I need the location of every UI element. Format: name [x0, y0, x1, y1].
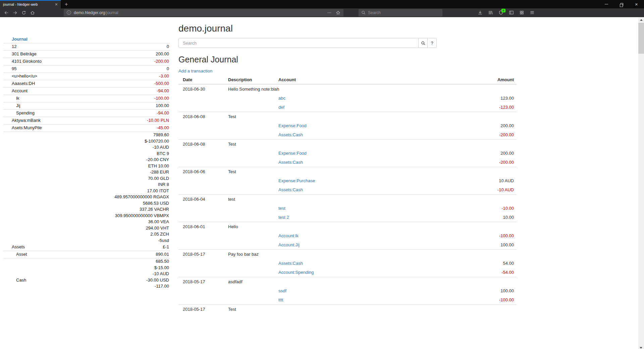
posting-account-link[interactable]: ssdf — [278, 288, 286, 293]
sidebar-account-row[interactable]: Account -94.00 — [3, 88, 170, 95]
transaction-row[interactable]: 2018-06-08Test — [178, 112, 517, 121]
account-balance: -288 EUR — [150, 169, 169, 175]
forward-button[interactable] — [11, 9, 19, 16]
account-balance: -10 AUD — [153, 271, 169, 277]
posting-account-link[interactable]: Expense:Food — [278, 123, 307, 128]
transaction-row[interactable]: 2018-05-17asdfadf — [178, 277, 517, 287]
sidebar-account-row[interactable]: Aktywa:mBank -10.00 PLN — [3, 117, 170, 124]
posting-account-link[interactable]: abc — [278, 96, 285, 101]
transaction-row[interactable]: 2018-06-08Test — [178, 140, 517, 149]
sidebar-account-row[interactable]: 4101 Girokonto -200.00 — [3, 58, 170, 65]
account-name[interactable]: Cash — [3, 278, 26, 283]
posting-account-link[interactable]: Expense:Food — [278, 151, 307, 156]
sidebar-account-row[interactable]: Assets £-1 — [3, 244, 170, 251]
account-name[interactable]: Account — [3, 88, 28, 94]
posting-account-link[interactable]: tttt — [278, 297, 283, 302]
adblock-extension-button[interactable]: 0 — [497, 9, 505, 16]
sidebar-toggle-button[interactable] — [507, 9, 515, 16]
sidebar-account-row[interactable]: Asets:MunyPile -45.00 — [3, 124, 170, 132]
account-name[interactable]: Spending — [3, 110, 35, 116]
account-balance: 309.950000000000 VBMPX — [115, 213, 169, 219]
search-submit-button[interactable] — [418, 38, 428, 48]
scroll-down-icon[interactable] — [640, 347, 642, 349]
account-name[interactable]: <u>hello</u> — [3, 73, 37, 79]
account-name[interactable]: Aktywa:mBank — [3, 118, 41, 123]
account-name[interactable]: Asets:MunyPile — [3, 125, 42, 131]
transaction-row[interactable]: 2018-05-17Pay foo bar baz — [178, 250, 517, 259]
account-name[interactable]: lk — [3, 96, 19, 101]
posting-account-link[interactable]: test 2 — [278, 215, 289, 220]
sidebar-account-row[interactable]: Spending -94.00 — [3, 110, 170, 117]
transaction-row[interactable]: 2018-06-06Test — [178, 167, 517, 177]
close-button[interactable]: × — [629, 0, 644, 8]
transaction-row[interactable]: 2018-06-01Hello — [178, 222, 517, 232]
transaction-row[interactable]: 2018-06-30Hello Something note:blah — [178, 84, 517, 94]
transaction-row[interactable]: 2018-06-04test — [178, 195, 517, 204]
library-button[interactable] — [486, 9, 494, 16]
posting-account-link[interactable]: Account:Jij — [278, 242, 300, 247]
posting-account-link[interactable]: Assets:Cash — [278, 132, 303, 137]
add-transaction-link[interactable]: Add a transaction — [178, 68, 212, 73]
page-scrollbar[interactable] — [638, 17, 644, 349]
search-input[interactable] — [178, 38, 419, 48]
back-button[interactable] — [2, 9, 11, 16]
sidebar-account-row: $-100720.00 — [3, 138, 170, 145]
account-name[interactable]: 12 — [3, 44, 16, 49]
posting-account-cell: Account:Spending — [276, 268, 473, 277]
sidebar-account-row[interactable]: lk -100.00 — [3, 95, 170, 102]
header-description: Description — [225, 76, 276, 84]
account-name[interactable]: Jij — [3, 103, 20, 108]
sidebar-account-row[interactable]: 12 0 — [3, 43, 170, 51]
browser-tab[interactable]: journal - hledger-web × — [0, 0, 61, 8]
account-balance: -10.00 PLN — [147, 118, 169, 123]
grid-icon — [519, 10, 524, 15]
home-button[interactable] — [28, 9, 37, 16]
transaction-row[interactable]: 2018-05-17Test — [178, 305, 517, 314]
account-balance: 0 — [167, 44, 169, 49]
account-balance: ETH 10.00 — [148, 163, 169, 169]
sidebar-account-row[interactable]: Aaasets:DH -500.00 — [3, 80, 170, 88]
posting-account-link[interactable]: Assets:Cash — [278, 160, 303, 165]
account-balance: 5686.53 USD — [143, 201, 169, 206]
sidebar-account-row[interactable]: 301 Beiträge 200.00 — [3, 51, 170, 58]
site-info-icon[interactable]: i — [67, 10, 71, 15]
account-name[interactable]: Assets — [3, 244, 25, 250]
reload-button[interactable] — [19, 9, 28, 16]
scroll-up-icon[interactable] — [640, 19, 643, 21]
sidebar-journal-link[interactable]: Journal — [3, 37, 28, 42]
sidebar-account-row[interactable]: Cash -30.00 USD — [3, 277, 170, 284]
scrollbar-thumb[interactable] — [638, 23, 644, 54]
new-tab-button[interactable]: + — [61, 0, 72, 8]
posting-account-link[interactable]: Account:lk — [278, 233, 299, 238]
sidebar-account-row[interactable]: 95 0 — [3, 65, 170, 73]
posting-account-link[interactable]: Assets:Cash — [278, 261, 303, 266]
minimize-button[interactable] — [599, 0, 614, 8]
sidebar-account-row: ETH 10.00 — [3, 163, 170, 169]
url-bar[interactable]: i demo.hledger.org/journal — [64, 9, 343, 16]
posting-account-cell: Assets:Cash — [276, 185, 473, 195]
search-help-button[interactable]: ? — [427, 38, 437, 48]
posting-account-link[interactable]: Expense:Purchase — [278, 178, 315, 183]
account-name[interactable]: Asset — [3, 252, 27, 257]
sidebar-account-row[interactable]: Asset 890.01 — [3, 251, 170, 258]
posting-account-link[interactable]: Account:Spending — [278, 270, 314, 275]
sidebar-account-row[interactable]: <u>hello</u> -3.00 — [3, 73, 170, 80]
grid-button[interactable] — [518, 9, 526, 16]
posting-account-link[interactable]: def — [278, 105, 284, 110]
account-name[interactable]: 301 Beiträge — [3, 51, 37, 57]
search-icon — [421, 41, 425, 45]
account-name[interactable]: Aaasets:DH — [3, 81, 35, 86]
restore-button[interactable] — [614, 0, 629, 8]
downloads-button[interactable] — [476, 9, 484, 16]
browser-search-bar[interactable]: Search — [359, 9, 442, 16]
posting-account-link[interactable]: test — [278, 206, 285, 211]
sidebar-account-row: -20.00 CNY — [3, 157, 170, 163]
bookmark-star-icon[interactable] — [336, 10, 340, 15]
page-actions-icon[interactable] — [327, 10, 332, 15]
menu-button[interactable] — [528, 9, 536, 16]
account-name[interactable]: 95 — [3, 66, 16, 71]
account-name[interactable]: 4101 Girokonto — [3, 59, 42, 64]
tab-close-icon[interactable]: × — [55, 2, 58, 7]
sidebar-account-row[interactable]: Jij 100.00 — [3, 102, 170, 110]
posting-account-link[interactable]: Assets:Cash — [278, 187, 303, 192]
